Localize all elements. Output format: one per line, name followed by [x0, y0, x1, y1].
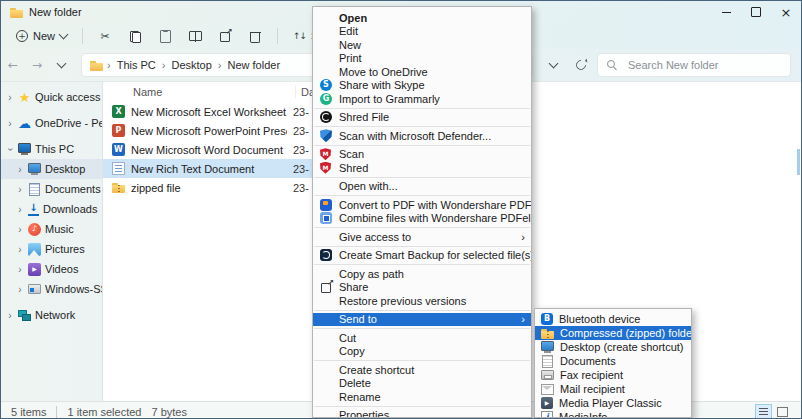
- chevron-right-icon[interactable]: ›: [16, 224, 24, 235]
- close-button[interactable]: [771, 1, 801, 23]
- sidebar-item-downloads[interactable]: ›Downloads: [1, 199, 102, 219]
- zip-icon: [541, 327, 554, 340]
- menu-separator: [314, 227, 530, 228]
- new-button[interactable]: New: [9, 27, 74, 45]
- chevron-right-icon[interactable]: ›: [16, 284, 24, 295]
- send-to-item-bluetooth-device[interactable]: Bluetooth device: [535, 312, 691, 326]
- sidebar-item-label: This PC: [35, 143, 74, 155]
- menu-item-print[interactable]: Print: [313, 52, 531, 66]
- send-to-item-media-player-classic[interactable]: Media Player Classic: [535, 396, 691, 410]
- menu-item-share-with-skype[interactable]: Share with Skype: [313, 79, 531, 93]
- sidebar-item-network[interactable]: ›Network: [1, 305, 102, 325]
- zip-icon: [112, 181, 125, 194]
- delete-button[interactable]: [241, 26, 269, 46]
- backup-icon: [320, 249, 332, 261]
- menu-item-convert-to-pdf-with-wondershare-pdfelement[interactable]: Convert to PDF with Wondershare PDFeleme…: [313, 198, 531, 212]
- sidebar-item-documents[interactable]: ›Documents: [1, 179, 102, 199]
- sidebar-item-pictures[interactable]: ›Pictures: [1, 239, 102, 259]
- details-view-button[interactable]: [755, 404, 772, 419]
- menu-item-copy-as-path[interactable]: Copy as path: [313, 267, 531, 281]
- send-to-item-compressed-zipped-folder[interactable]: Compressed (zipped) folder: [535, 326, 691, 340]
- paste-button[interactable]: [151, 26, 179, 46]
- send-to-item-fax-recipient[interactable]: Fax recipient: [535, 368, 691, 382]
- breadcrumb-this-pc[interactable]: This PC: [113, 59, 160, 71]
- chevron-right-icon[interactable]: ›: [6, 310, 14, 321]
- file-date: 23-: [293, 144, 309, 156]
- chevron-down-icon: [548, 59, 558, 69]
- search-input[interactable]: [626, 58, 782, 72]
- send-to-item-documents[interactable]: Documents: [535, 354, 691, 368]
- menu-item-open-with[interactable]: Open with...: [313, 180, 531, 194]
- menu-item-label: New: [339, 39, 361, 51]
- menu-item-delete[interactable]: Delete: [313, 377, 531, 391]
- menu-item-combine-files-with-wondershare-pdfelement[interactable]: Combine files with Wondershare PDFelemen…: [313, 212, 531, 226]
- search-box[interactable]: [597, 53, 791, 77]
- trash-icon: [249, 30, 262, 43]
- send-to-item-mail-recipient[interactable]: Mail recipient: [535, 382, 691, 396]
- chevron-right-icon[interactable]: ›: [16, 184, 24, 195]
- sidebar-item-music[interactable]: ›Music: [1, 219, 102, 239]
- menu-scrollbar-thumb[interactable]: [797, 149, 800, 175]
- menu-item-new[interactable]: New: [313, 38, 531, 52]
- menu-item-copy[interactable]: Copy: [313, 345, 531, 359]
- chevron-down-icon[interactable]: ›: [5, 145, 16, 153]
- menu-item-create-shortcut[interactable]: Create shortcut: [313, 363, 531, 377]
- address-dropdown-button[interactable]: [541, 53, 565, 77]
- menu-item-scan-with-microsoft-defender[interactable]: Scan with Microsoft Defender...: [313, 129, 531, 143]
- fax-icon: [541, 369, 554, 382]
- toolbar-divider: [277, 28, 278, 44]
- chevron-right-icon[interactable]: ›: [6, 92, 14, 103]
- breadcrumb-new-folder[interactable]: New folder: [224, 59, 285, 71]
- forward-button[interactable]: [25, 53, 49, 77]
- copy-button[interactable]: [121, 26, 149, 46]
- recent-locations-button[interactable]: [49, 53, 73, 77]
- menu-item-shred[interactable]: Shred: [313, 161, 531, 175]
- maximize-button[interactable]: [741, 1, 771, 23]
- rename-button[interactable]: [181, 26, 209, 46]
- menu-item-create-smart-backup-for-selected-file-s[interactable]: Create Smart Backup for selected file(s): [313, 249, 531, 263]
- menu-item-send-to[interactable]: Send to›: [313, 313, 531, 327]
- sidebar-item-videos[interactable]: ›Videos: [1, 259, 102, 279]
- plus-icon: [16, 30, 28, 42]
- menu-item-rename[interactable]: Rename: [313, 390, 531, 404]
- back-button[interactable]: [1, 53, 25, 77]
- menu-separator: [314, 328, 530, 329]
- menu-item-cut[interactable]: Cut: [313, 331, 531, 345]
- send-to-item-mediainfo[interactable]: MediaInfo: [535, 410, 691, 418]
- menu-item-move-to-onedrive[interactable]: Move to OneDrive: [313, 65, 531, 79]
- send-to-submenu: Bluetooth deviceCompressed (zipped) fold…: [534, 308, 692, 418]
- menu-item-give-access-to[interactable]: Give access to›: [313, 230, 531, 244]
- menu-item-label: Combine files with Wondershare PDFelemen…: [339, 212, 532, 224]
- sidebar-item-desktop[interactable]: ›Desktop: [1, 159, 102, 179]
- menu-item-open[interactable]: Open: [313, 11, 531, 25]
- menu-item-import-to-grammarly[interactable]: Import to Grammarly: [313, 92, 531, 106]
- refresh-button[interactable]: [569, 53, 593, 77]
- chevron-right-icon[interactable]: ›: [6, 118, 14, 129]
- menu-item-properties[interactable]: Properties: [313, 409, 531, 419]
- menu-item-restore-previous-versions[interactable]: Restore previous versions: [313, 294, 531, 308]
- send-to-item-desktop-create-shortcut[interactable]: Desktop (create shortcut): [535, 340, 691, 354]
- chevron-right-icon[interactable]: ›: [16, 244, 24, 255]
- column-header-name[interactable]: Name: [133, 86, 295, 98]
- chevron-right-icon[interactable]: ›: [16, 264, 24, 275]
- menu-item-label: Open with...: [339, 180, 398, 192]
- menu-item-shred-file[interactable]: Shred File: [313, 111, 531, 125]
- thumbnail-view-button[interactable]: [774, 404, 791, 419]
- chevron-right-icon[interactable]: ›: [16, 164, 24, 175]
- breadcrumb-desktop[interactable]: Desktop: [167, 59, 215, 71]
- cut-button[interactable]: [91, 26, 119, 46]
- share-button[interactable]: [211, 26, 239, 46]
- menu-item-scan[interactable]: Scan: [313, 148, 531, 162]
- menu-item-share[interactable]: Share: [313, 281, 531, 295]
- minimize-button[interactable]: [711, 1, 741, 23]
- sidebar-item-onedrive-personal[interactable]: ›OneDrive - Personal: [1, 113, 102, 133]
- sidebar-item-quick-access[interactable]: ›Quick access: [1, 87, 102, 107]
- sidebar-item-windows-ssd-c[interactable]: ›Windows-SSD (C:): [1, 279, 102, 299]
- skype-icon: [320, 79, 332, 91]
- chevron-right-icon[interactable]: ›: [16, 204, 24, 215]
- sidebar-item-this-pc[interactable]: ›This PC: [1, 139, 102, 159]
- menu-item-edit[interactable]: Edit: [313, 25, 531, 39]
- grammarly-icon: [320, 93, 332, 105]
- folder-icon: [10, 6, 23, 19]
- breadcrumb-separator-icon: ›: [105, 59, 113, 71]
